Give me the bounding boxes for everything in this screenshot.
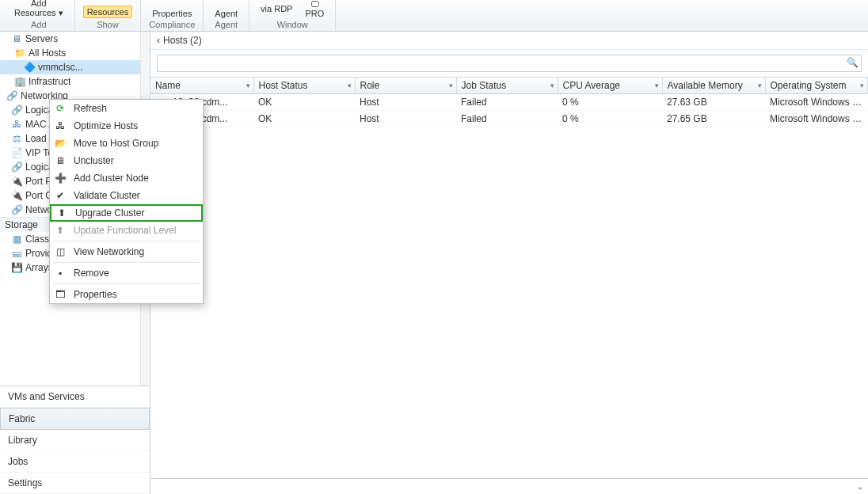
- update-func-icon: ⬆: [53, 224, 67, 237]
- chevron-left-icon[interactable]: ‹: [157, 35, 160, 46]
- menu-validate-cluster[interactable]: ✔Validate Cluster: [50, 187, 203, 204]
- menu-update-functional-level: ⬆Update Functional Level: [50, 222, 203, 239]
- wunderbar-fabric[interactable]: Fabric: [0, 408, 150, 430]
- wunderbar-library[interactable]: Library: [0, 430, 150, 451]
- fabric-resources-button[interactable]: Resources: [83, 6, 133, 18]
- menu-separator: [53, 262, 200, 263]
- menu-item-label: Move to Host Group: [74, 138, 158, 149]
- col-operating-system[interactable]: Operating System▾: [765, 78, 868, 94]
- menu-item-label: Uncluster: [74, 155, 114, 166]
- col-label: Operating System: [771, 80, 847, 91]
- tree-item-1[interactable]: 📁All Hosts: [0, 46, 150, 60]
- col-label: Available Memory: [668, 80, 743, 91]
- cell-mem: 27.65 GB: [662, 111, 765, 127]
- ribbon-group-add: Add Resources ▾ Add: [3, 0, 75, 31]
- ribbon-group-window-label: Window: [277, 20, 308, 29]
- menu-move-to-host-group[interactable]: 📂Move to Host Group: [50, 135, 203, 152]
- cell-status: OK: [253, 111, 355, 127]
- filter-dropdown-icon[interactable]: ▾: [246, 82, 250, 89]
- search-input[interactable]: [157, 55, 862, 72]
- compliance-properties-button[interactable]: Properties: [149, 9, 195, 18]
- host-row[interactable]: r10n36.cdm...OKHostFailed0 %27.63 GBMicr…: [150, 94, 868, 111]
- view-net-icon: ◫: [53, 245, 67, 258]
- filter-dropdown-icon[interactable]: ▾: [348, 82, 352, 89]
- cluster-icon: 🔷: [24, 62, 35, 73]
- filter-dropdown-icon[interactable]: ▾: [655, 82, 659, 89]
- move-icon: 📂: [53, 137, 67, 150]
- cell-status: OK: [253, 94, 355, 111]
- arr-icon: 💾: [11, 262, 22, 273]
- filter-dropdown-icon[interactable]: ▾: [449, 82, 453, 89]
- menu-item-label: Upgrade Cluster: [75, 207, 144, 218]
- net-icon: 🔗: [11, 104, 22, 116]
- add-resources-line2: Resources ▾: [14, 8, 63, 18]
- menu-separator: [53, 283, 200, 284]
- ribbon-group-agent-label: Agent: [215, 20, 238, 29]
- hosts-grid: Name▾Host Status▾Role▾Job Status▾CPU Ave…: [150, 77, 868, 127]
- wunderbar-settings[interactable]: Settings: [0, 473, 150, 494]
- cell-os: Microsoft Windows Serv...: [765, 94, 868, 111]
- menu-remove[interactable]: ▪Remove: [50, 264, 203, 282]
- tree-item-label: All Hosts: [29, 48, 66, 59]
- compliance-properties-label: Properties: [152, 9, 192, 18]
- vip-icon: 📄: [11, 147, 22, 158]
- menu-view-networking[interactable]: ◫View Networking: [50, 243, 203, 260]
- tree-item-3[interactable]: 🏢Infrastruct: [0, 74, 150, 89]
- menu-optimize-hosts[interactable]: 🖧Optimize Hosts: [50, 117, 203, 135]
- server-icon: 🖥: [11, 33, 22, 44]
- col-label: CPU Average: [563, 80, 621, 91]
- fabric-resources-label: Resources: [87, 7, 129, 17]
- add-icon: ➕: [53, 172, 67, 184]
- cell-role: Host: [355, 111, 456, 127]
- wunderbar-jobs[interactable]: Jobs: [0, 451, 150, 473]
- col-label: Host Status: [259, 80, 308, 91]
- col-job-status[interactable]: Job Status▾: [456, 78, 558, 94]
- wunderbar-vms-and-services[interactable]: VMs and Services: [0, 386, 150, 408]
- ribbon-group-window: via RDP 🖵 PRO Window: [249, 0, 336, 31]
- ribbon-bar: Add Resources ▾ Add Resources Show Prope…: [0, 0, 868, 32]
- add-resources-line1: Add: [31, 0, 47, 8]
- menu-properties[interactable]: 🗔Properties: [50, 286, 203, 303]
- filter-dropdown-icon[interactable]: ▾: [758, 82, 762, 89]
- hosts-title: Hosts (2): [163, 35, 202, 46]
- menu-item-label: Add Cluster Node: [74, 173, 149, 184]
- detail-collapse-bar[interactable]: ⌄: [150, 478, 868, 494]
- cell-role: Host: [355, 94, 456, 111]
- prov-icon: 🖴: [11, 248, 22, 259]
- cell-mem: 27.63 GB: [662, 94, 765, 111]
- menu-refresh[interactable]: ⟳Refresh: [50, 100, 203, 117]
- ribbon-group-compliance-label: Compliance: [149, 20, 195, 29]
- menu-upgrade-cluster[interactable]: ⬆Upgrade Cluster: [50, 204, 203, 222]
- pro-button[interactable]: 🖵 PRO: [302, 0, 327, 18]
- col-role[interactable]: Role▾: [355, 78, 456, 94]
- agent-label: Agent: [215, 9, 238, 18]
- properties-icon: 🗔: [53, 288, 67, 301]
- filter-dropdown-icon[interactable]: ▾: [860, 82, 864, 89]
- col-available-memory[interactable]: Available Memory▾: [662, 78, 765, 94]
- net-icon: 🔗: [11, 204, 22, 215]
- cell-cpu: 0 %: [558, 111, 662, 127]
- menu-uncluster[interactable]: 🖥Uncluster: [50, 152, 203, 169]
- net-icon: 🔗: [11, 162, 22, 173]
- col-host-status[interactable]: Host Status▾: [253, 78, 355, 94]
- tree-item-0[interactable]: 🖥Servers: [0, 32, 150, 46]
- col-cpu-average[interactable]: CPU Average▾: [558, 78, 662, 94]
- host-row[interactable]: r09n33.cdm...OKHostFailed0 %27.65 GBMicr…: [150, 111, 868, 127]
- menu-separator: [53, 241, 200, 241]
- col-label: Name: [155, 80, 181, 91]
- tree-item-label: Infrastruct: [29, 76, 70, 87]
- optimize-icon: 🖧: [53, 120, 67, 132]
- filter-dropdown-icon[interactable]: ▾: [550, 82, 554, 89]
- menu-item-label: Refresh: [74, 103, 107, 114]
- remove-icon: ▪: [53, 267, 67, 279]
- search-row: 🔍: [150, 50, 868, 77]
- update-agent-button[interactable]: Agent: [211, 9, 241, 18]
- menu-item-label: Optimize Hosts: [74, 120, 138, 131]
- menu-add-cluster-node[interactable]: ➕Add Cluster Node: [50, 169, 203, 187]
- add-resources-button[interactable]: Add Resources ▾: [11, 0, 67, 18]
- search-icon[interactable]: 🔍: [847, 57, 858, 68]
- tree-item-2[interactable]: 🔷vmmclsc...: [0, 60, 150, 74]
- connect-rdp-button[interactable]: via RDP: [257, 4, 295, 13]
- col-name[interactable]: Name▾: [150, 78, 253, 94]
- pro-icon: 🖵: [310, 0, 319, 9]
